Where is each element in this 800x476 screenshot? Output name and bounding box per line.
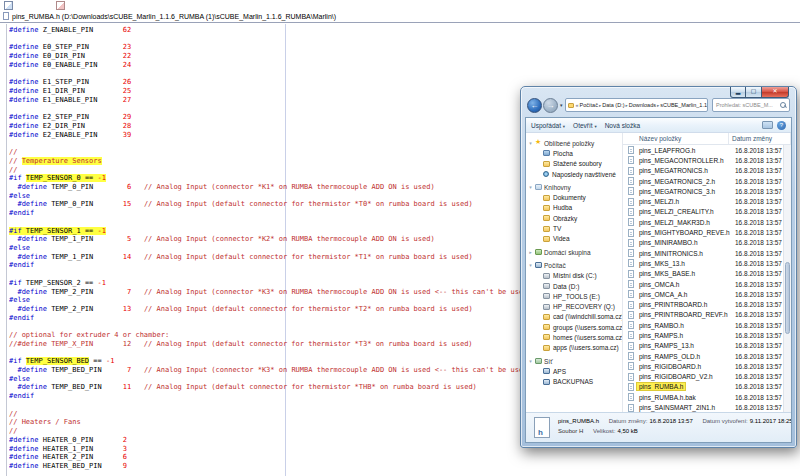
- modified-document-icon[interactable]: [56, 1, 65, 10]
- sidebar-item[interactable]: BACKUPNAS: [526, 377, 622, 387]
- file-row[interactable]: pins_MEGACONTROLLER.h16.8.2018 13:57: [623, 155, 783, 165]
- file-icon: [628, 362, 634, 370]
- code-token: #define: [9, 122, 39, 130]
- file-icon: [628, 301, 634, 309]
- sidebar-item[interactable]: Stažené soubory: [526, 159, 622, 169]
- file-name: pins_SAINSMART_2IN1.h: [637, 404, 717, 411]
- sidebar-item[interactable]: groups (\\users.soma.cz): [526, 322, 622, 332]
- file-row[interactable]: pins_MIGHTYBOARD_REVE.h16.8.2018 13:57: [623, 227, 783, 237]
- sidebar-section-header[interactable]: ▸Domácí skupina: [526, 247, 622, 257]
- sidebar-section-header[interactable]: ▾Síť: [526, 356, 622, 366]
- expander-icon[interactable]: ▸: [526, 249, 535, 255]
- file-row[interactable]: pins_RIGIDBOARD_V2.h16.8.2018 13:57: [623, 372, 783, 382]
- file-icon: [628, 331, 634, 339]
- sidebar-section-header[interactable]: ▾Počítač: [526, 260, 622, 270]
- column-header-name[interactable]: Název položky: [623, 133, 729, 144]
- file-row[interactable]: pins_PRINTRBOARD.h16.8.2018 13:57: [623, 299, 783, 309]
- file-row[interactable]: pins_MEGATRONICS_3.h16.8.2018 13:57: [623, 186, 783, 196]
- file-row[interactable]: pins_MELZI_CREALITY.h16.8.2018 13:57: [623, 207, 783, 217]
- sidebar-item[interactable]: Místní disk (C:): [526, 271, 622, 281]
- file-row[interactable]: pins_MELZI.h16.8.2018 13:57: [623, 196, 783, 206]
- editor-gutter-line: [6, 24, 7, 476]
- vertical-scrollbar[interactable]: [783, 145, 791, 412]
- sidebar-item[interactable]: HP_RECOVERY (Q:): [526, 301, 622, 311]
- file-row[interactable]: pins_RAMPS.h16.8.2018 13:57: [623, 330, 783, 340]
- breadcrumb-item[interactable]: Downloads: [629, 102, 656, 108]
- sidebar-item[interactable]: Obrázky: [526, 213, 622, 223]
- sidebar-item[interactable]: Naposledy navštívené: [526, 169, 622, 179]
- folder-icon: [543, 345, 550, 351]
- sidebar-item[interactable]: Videa: [526, 234, 622, 244]
- scrollbar-thumb[interactable]: [785, 262, 790, 334]
- back-button[interactable]: ←: [527, 98, 542, 113]
- file-row[interactable]: pins_RUMBA.h.bak16.8.2018 13:57: [623, 392, 783, 402]
- code-token: #define: [9, 288, 47, 296]
- details-modified-value: 16.8.2018 13:57: [649, 418, 692, 424]
- close-button[interactable]: ✕: [762, 87, 789, 98]
- file-row[interactable]: pins_SAINSMART_2IN1.h16.8.2018 13:57: [623, 402, 783, 412]
- file-row[interactable]: pins_OMCA.h16.8.2018 13:57: [623, 279, 783, 289]
- forward-button[interactable]: →: [543, 98, 558, 113]
- file-name: pins_MIGHTYBOARD_REVE.h: [637, 229, 732, 236]
- document-icon[interactable]: [4, 1, 13, 10]
- search-input[interactable]: Prohledat: sCUBE_M...: [712, 98, 790, 112]
- file-row[interactable]: pins_MINITRONICS.h16.8.2018 13:57: [623, 248, 783, 258]
- file-row[interactable]: pins_LEAPFROG.h16.8.2018 13:57: [623, 145, 783, 155]
- folder-icon: [543, 324, 550, 330]
- expander-icon[interactable]: ▾: [526, 358, 535, 364]
- file-row[interactable]: pins_MEGATRONICS_2.h16.8.2018 13:57: [623, 176, 783, 186]
- sidebar-item[interactable]: cad (\\windchill.soma.cz): [526, 312, 622, 322]
- chevron-down-icon: ▾: [563, 124, 565, 129]
- file-row[interactable]: pins_RAMPS_OLD.h16.8.2018 13:57: [623, 351, 783, 361]
- sidebar-item[interactable]: apps (\\users.soma.cz): [526, 343, 622, 353]
- breadcrumb[interactable]: « Počítač▸Data (D:)▸Downloads▸sCUBE_Marl…: [565, 98, 708, 112]
- expander-icon[interactable]: ▾: [526, 140, 535, 146]
- sidebar-section-header[interactable]: ▾Knihovny: [526, 182, 622, 192]
- breadcrumb-separator-icon: ▸: [599, 103, 601, 108]
- column-header-date[interactable]: Datum změny: [729, 133, 791, 144]
- sidebar-item[interactable]: Data (D:): [526, 281, 622, 291]
- expander-icon[interactable]: ▾: [526, 262, 535, 268]
- file-row[interactable]: pins_RAMBO.h16.8.2018 13:57: [623, 320, 783, 330]
- file-row[interactable]: pins_RUMBA.h16.8.2018 13:57: [623, 382, 783, 392]
- sidebar-item[interactable]: Dokumenty: [526, 192, 622, 202]
- code-token: // Analog Input (default connector for t…: [131, 305, 472, 313]
- sidebar-section-header[interactable]: ▾Oblíbené položky: [526, 138, 622, 148]
- file-row[interactable]: pins_RIGIDBOARD.h16.8.2018 13:57: [623, 361, 783, 371]
- history-dropdown-icon[interactable]: ▾: [560, 102, 563, 108]
- sidebar-item[interactable]: Plocha: [526, 148, 622, 158]
- breadcrumb-item[interactable]: Počítač: [580, 102, 598, 108]
- file-date: 16.8.2018 13:57: [735, 311, 783, 318]
- help-icon[interactable]: ?: [777, 121, 786, 130]
- breadcrumb-item[interactable]: Data (D:): [602, 102, 624, 108]
- code-token: #define: [9, 200, 47, 208]
- desk-icon: [543, 150, 550, 156]
- sidebar-item[interactable]: Hudba: [526, 203, 622, 213]
- minimize-button[interactable]: ▂: [730, 87, 746, 98]
- details-size-value: 4,50 kB: [617, 428, 637, 434]
- maximize-button[interactable]: ▢: [746, 87, 762, 98]
- sidebar-item[interactable]: APS: [526, 366, 622, 376]
- new-folder-button[interactable]: Nová složka: [605, 122, 640, 129]
- file-icon: [628, 321, 634, 329]
- open-button[interactable]: Otevřít ▾: [573, 122, 597, 129]
- file-row[interactable]: pins_PRINTRBOARD_REVF.h16.8.2018 13:57: [623, 310, 783, 320]
- file-row[interactable]: pins_RAMPS_13.h16.8.2018 13:57: [623, 341, 783, 351]
- file-row[interactable]: pins_OMCA_A.h16.8.2018 13:57: [623, 289, 783, 299]
- sidebar-item-label: apps (\\users.soma.cz): [553, 344, 619, 351]
- expander-icon[interactable]: ▾: [526, 184, 535, 190]
- sidebar-item[interactable]: HP_TOOLS (E:): [526, 291, 622, 301]
- chevron-left-icon[interactable]: «: [576, 102, 579, 108]
- file-row[interactable]: pins_MKS_BASE.h16.8.2018 13:57: [623, 269, 783, 279]
- organize-button[interactable]: Uspořádat ▾: [531, 122, 565, 129]
- file-row[interactable]: pins_MELZI_MAKR3D.h16.8.2018 13:57: [623, 217, 783, 227]
- sidebar-item[interactable]: TV: [526, 223, 622, 233]
- breadcrumb-item[interactable]: sCUBE_Marlin_1.1.6_RUMBA (1): [660, 102, 708, 108]
- change-view-icon[interactable]: [762, 121, 773, 129]
- lib-icon: [535, 184, 542, 190]
- file-row[interactable]: pins_MKS_13.h16.8.2018 13:57: [623, 258, 783, 268]
- sidebar-item[interactable]: homes (\\users.soma.cz): [526, 332, 622, 342]
- editor-tab[interactable]: pins_RUMBA.h (D:\Downloads\sCUBE_Marlin_…: [0, 11, 800, 23]
- file-row[interactable]: pins_MEGATRONICS.h16.8.2018 13:57: [623, 166, 783, 176]
- file-row[interactable]: pins_MINIRAMBO.h16.8.2018 13:57: [623, 238, 783, 248]
